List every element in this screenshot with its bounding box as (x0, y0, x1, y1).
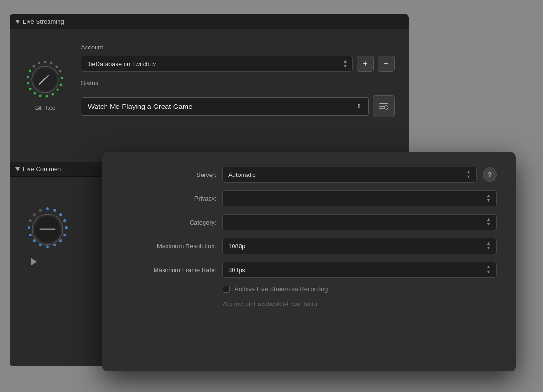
archive-row: Archive Live Stream as Recording (121, 285, 497, 293)
svg-point-34 (39, 209, 42, 212)
svg-point-7 (52, 93, 54, 96)
comments-collapse-icon[interactable] (15, 167, 20, 171)
svg-point-27 (46, 245, 49, 248)
live-comments-panel: Live Commen (10, 162, 112, 366)
streaming-settings-popup: Server: Automatic ▲▼ ? Privacy: ▲▼ Categ… (102, 152, 516, 371)
status-label: Status (81, 79, 395, 87)
svg-point-23 (65, 226, 68, 229)
knob-svg (24, 58, 67, 101)
privacy-arrows: ▲▼ (486, 194, 491, 203)
svg-point-11 (29, 88, 32, 90)
comments-titlebar: Live Commen (10, 162, 112, 177)
collapse-icon[interactable] (15, 20, 20, 24)
category-arrows: ▲▼ (486, 217, 491, 227)
svg-point-20 (53, 209, 56, 212)
svg-point-22 (63, 219, 66, 222)
tools-icon (378, 101, 389, 111)
svg-point-2 (56, 66, 58, 68)
svg-point-16 (38, 62, 40, 64)
category-row: Category: ▲▼ (121, 214, 497, 230)
max-resolution-arrows: ▲▼ (486, 241, 491, 251)
svg-point-1 (50, 62, 53, 64)
svg-point-25 (59, 239, 62, 242)
svg-point-21 (59, 213, 62, 216)
max-frame-rate-select[interactable]: 30 fps ▲▼ (222, 262, 497, 278)
account-select[interactable]: DieDatabase on Twitch.tv ▲▼ (81, 56, 353, 72)
account-label: Account (81, 44, 395, 51)
archive-label: Archive Live Stream as Recording (234, 285, 328, 293)
server-label: Server: (121, 171, 216, 178)
category-select[interactable]: ▲▼ (222, 214, 497, 230)
archive-checkbox[interactable] (223, 286, 230, 293)
svg-point-29 (33, 239, 36, 242)
archive-facebook-label: Archive on Facebook (4 hour limit) (121, 300, 497, 307)
status-value: Watch Me Playing a Great Game (88, 102, 193, 110)
privacy-select[interactable]: ▲▼ (222, 190, 497, 206)
account-row: DieDatabase on Twitch.tv ▲▼ + − (81, 56, 395, 72)
svg-point-3 (59, 70, 62, 73)
max-resolution-value: 1080p (228, 243, 245, 250)
fields-section: Account DieDatabase on Twitch.tv ▲▼ + − … (81, 39, 395, 117)
svg-point-19 (46, 207, 49, 210)
svg-point-31 (28, 226, 30, 229)
svg-point-30 (29, 234, 32, 236)
server-row: Server: Automatic ▲▼ ? (121, 167, 497, 183)
max-frame-rate-value: 30 fps (228, 266, 245, 274)
svg-point-0 (44, 61, 47, 63)
privacy-label: Privacy: (121, 195, 216, 202)
svg-point-6 (57, 89, 59, 91)
svg-point-5 (60, 84, 62, 86)
bit-rate-section: Bit Rate (24, 58, 67, 117)
svg-point-26 (53, 244, 56, 246)
panel-content: Bit Rate Account DieDatabase on Twitch.t… (10, 29, 409, 127)
svg-point-14 (29, 70, 31, 72)
volume-indicator (31, 258, 37, 265)
comments-title: Live Commen (23, 166, 61, 173)
server-select[interactable]: Automatic ▲▼ (222, 167, 477, 183)
server-arrows: ▲▼ (466, 170, 471, 179)
volume-knob-svg (24, 206, 71, 253)
upload-icon: ⬆ (356, 102, 362, 110)
svg-point-28 (39, 244, 42, 246)
tools-button[interactable] (373, 95, 395, 117)
status-row: Watch Me Playing a Great Game ⬆ (81, 95, 395, 117)
category-label: Category: (121, 219, 216, 226)
knob-inner (34, 68, 57, 91)
svg-point-33 (33, 213, 36, 216)
svg-point-9 (39, 95, 42, 97)
svg-line-18 (388, 109, 388, 110)
max-frame-rate-arrows: ▲▼ (486, 265, 491, 274)
svg-point-12 (27, 82, 29, 85)
remove-account-button[interactable]: − (378, 56, 395, 72)
volume-knob[interactable] (24, 206, 71, 253)
max-frame-rate-row: Maximum Frame Rate: 30 fps ▲▼ (121, 262, 497, 278)
max-resolution-select[interactable]: 1080p ▲▼ (222, 238, 497, 254)
account-value: DieDatabase on Twitch.tv (86, 60, 156, 68)
server-help-button[interactable]: ? (483, 167, 497, 182)
svg-point-13 (27, 76, 29, 78)
server-value: Automatic (228, 171, 256, 178)
svg-point-10 (34, 92, 36, 95)
volume-section (10, 177, 112, 280)
max-resolution-label: Maximum Resolution: (121, 243, 216, 250)
max-resolution-row: Maximum Resolution: 1080p ▲▼ (121, 238, 497, 254)
panel-title: Live Streaming (23, 18, 64, 25)
account-arrows: ▲▼ (343, 59, 348, 69)
privacy-row: Privacy: ▲▼ (121, 190, 497, 206)
bit-rate-knob[interactable] (24, 58, 67, 101)
svg-point-24 (63, 234, 66, 236)
bit-rate-label: Bit Rate (35, 105, 56, 111)
panel-titlebar: Live Streaming (10, 14, 409, 29)
status-input[interactable]: Watch Me Playing a Great Game ⬆ (81, 97, 369, 116)
svg-point-32 (29, 219, 32, 222)
svg-point-4 (61, 77, 63, 79)
svg-point-15 (33, 65, 35, 68)
add-account-button[interactable]: + (357, 56, 374, 72)
svg-point-8 (46, 95, 48, 98)
max-frame-rate-label: Maximum Frame Rate: (121, 266, 216, 274)
